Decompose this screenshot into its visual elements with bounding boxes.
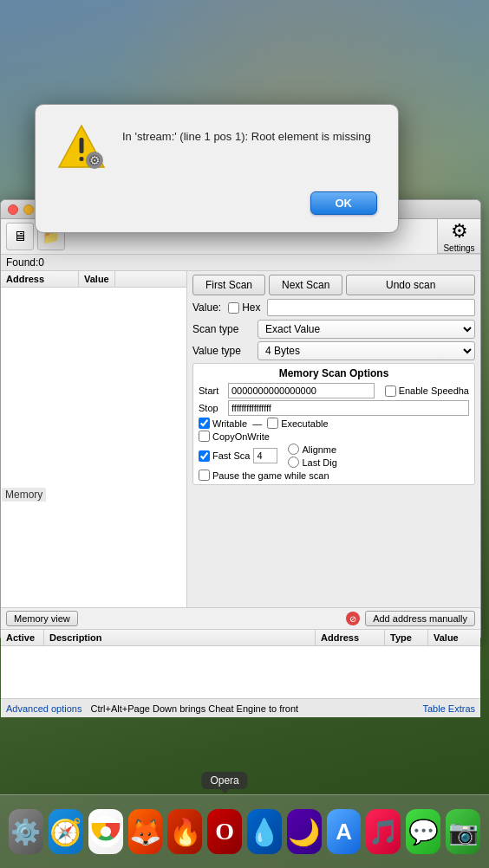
mso-stop-row: Stop xyxy=(199,400,469,416)
advanced-options-label[interactable]: Advanced options xyxy=(6,703,82,714)
alert-message: In 'stream:' (line 1 pos 1): Root elemen… xyxy=(122,122,371,145)
ok-button[interactable]: OK xyxy=(310,191,378,215)
writable-label: Writable xyxy=(199,418,247,429)
system-preferences-icon: ⚙️ xyxy=(10,818,41,846)
close-button[interactable] xyxy=(8,204,18,215)
alert-ok-row: OK xyxy=(56,191,377,215)
found-bar: Found: 0 xyxy=(1,255,480,271)
value-type-select[interactable]: 4 Bytes xyxy=(258,341,475,360)
fastscan-value-input[interactable] xyxy=(253,448,277,463)
dock-item-appstore[interactable]: A xyxy=(327,809,362,854)
memory-label: Memory xyxy=(2,488,46,502)
fastscan-text: Fast Sca xyxy=(212,450,250,461)
dock-item-waterfox[interactable]: 💧 xyxy=(247,809,282,854)
ce-main-area: Address Value First Scan Next Scan Undo … xyxy=(1,271,480,607)
alert-dialog: ⚙ In 'stream:' (line 1 pos 1): Root elem… xyxy=(35,104,399,233)
value-row: Value: Hex xyxy=(192,299,475,316)
appstore-icon: A xyxy=(336,819,352,845)
lastdig-radio[interactable] xyxy=(288,457,299,468)
scan-type-select[interactable]: Exact Value xyxy=(258,320,475,339)
found-label: Found: xyxy=(6,256,38,269)
mso-stop-label: Stop xyxy=(199,403,225,413)
pause-row: Pause the game while scan xyxy=(199,470,469,481)
mso-stop-input[interactable] xyxy=(228,400,469,416)
ce-right-panel: First Scan Next Scan Undo scan Value: He… xyxy=(187,271,480,607)
hex-label: Hex xyxy=(242,301,260,314)
memory-scan-options: Memory Scan Options Start Enable Speedha xyxy=(192,363,475,485)
executable-checkbox[interactable] xyxy=(267,418,278,429)
dash-separator: — xyxy=(252,418,262,429)
palemoon-icon: 🌙 xyxy=(288,817,320,847)
dock-item-chrome[interactable] xyxy=(88,809,123,854)
pause-checkbox[interactable] xyxy=(199,470,210,481)
alert-content: ⚙ In 'stream:' (line 1 pos 1): Root elem… xyxy=(56,122,377,174)
alignme-text: Alignme xyxy=(302,444,336,455)
dock-item-opera[interactable]: O Opera xyxy=(207,809,242,854)
alignme-radio[interactable] xyxy=(288,444,299,455)
dock: ⚙️ 🧭 🦊 🔥 O Opera xyxy=(0,794,489,868)
mso-start-label: Start xyxy=(199,385,225,396)
firefox-icon: 🦊 xyxy=(129,817,161,847)
executable-text: Executable xyxy=(281,418,328,429)
address-col-header2: Address xyxy=(316,630,385,645)
fastscan-label: Fast Sca xyxy=(199,450,250,462)
cheat-engine-window: 🖥 📁 ⚙ Settings Found: 0 Address Value xyxy=(0,199,481,641)
itunes-icon: 🎵 xyxy=(368,818,399,846)
settings-button[interactable]: ⚙ Settings xyxy=(437,219,480,254)
firefox2-icon: 🔥 xyxy=(169,817,201,847)
alignme-label: Alignme xyxy=(288,444,336,455)
enable-speedhack-text: Enable Speedha xyxy=(399,385,469,396)
svg-point-8 xyxy=(101,826,111,837)
scan-buttons-row: First Scan Next Scan Undo scan xyxy=(192,275,475,295)
value-type-label: Value type xyxy=(192,345,258,357)
writable-checkbox[interactable] xyxy=(199,418,210,429)
memory-view-bar: Memory view ⊘ Add address manually xyxy=(1,607,480,630)
shortcut-hint: Ctrl+Alt+Page Down brings Cheat Engine t… xyxy=(90,703,298,714)
ce-file-icon[interactable]: 🖥 xyxy=(6,223,34,250)
mso-copyonwrite-row: CopyOnWrite xyxy=(199,431,469,442)
dock-item-itunes[interactable]: 🎵 xyxy=(366,809,401,854)
facetime-icon: 📷 xyxy=(448,818,479,846)
memory-view-button[interactable]: Memory view xyxy=(6,611,78,626)
dock-item-facetime[interactable]: 📷 xyxy=(446,809,480,854)
lastdig-label: Last Dig xyxy=(288,457,336,468)
writable-text: Writable xyxy=(212,418,247,429)
hex-checkbox[interactable] xyxy=(228,302,239,314)
chrome-icon xyxy=(90,816,121,847)
computer-icon: 🖥 xyxy=(13,229,27,244)
dock-item-safari[interactable]: 🧭 xyxy=(49,809,83,854)
dock-item-palemoon[interactable]: 🌙 xyxy=(287,809,322,854)
settings-label: Settings xyxy=(443,243,474,253)
value-label: Value: xyxy=(192,301,221,314)
left-col-headers: Address Value xyxy=(1,271,186,288)
fastscan-checkbox[interactable] xyxy=(199,450,210,462)
add-address-button[interactable]: Add address manually xyxy=(365,611,475,626)
warning-svg: ⚙ xyxy=(56,122,107,172)
address-col-header: Address xyxy=(1,271,79,287)
copyonwrite-checkbox[interactable] xyxy=(199,431,210,442)
next-scan-button[interactable]: Next Scan xyxy=(269,275,342,295)
svg-rect-1 xyxy=(80,138,84,153)
svg-text:⚙: ⚙ xyxy=(89,153,101,167)
dock-item-system-preferences[interactable]: ⚙️ xyxy=(9,809,43,854)
type-col-header: Type xyxy=(385,630,428,645)
enable-speedhack-checkbox[interactable] xyxy=(385,385,396,397)
address-list xyxy=(1,288,186,607)
value-input[interactable] xyxy=(267,299,475,316)
mso-title: Memory Scan Options xyxy=(199,367,469,379)
table-extras-label[interactable]: Table Extras xyxy=(422,703,475,714)
dock-item-firefox2[interactable]: 🔥 xyxy=(167,809,202,854)
dock-item-messages[interactable]: 💬 xyxy=(406,809,440,854)
description-col-header: Description xyxy=(44,630,316,645)
gear-icon: ⚙ xyxy=(451,220,468,243)
mso-writable-row: Writable — Executable xyxy=(199,418,469,429)
enable-speedhack-label: Enable Speedha xyxy=(385,385,469,397)
first-scan-button[interactable]: First Scan xyxy=(192,275,265,295)
dock-item-firefox[interactable]: 🦊 xyxy=(128,809,163,854)
undo-scan-button[interactable]: Undo scan xyxy=(346,275,475,295)
pause-text: Pause the game while scan xyxy=(212,470,329,481)
scan-type-row: Scan type Exact Value xyxy=(192,320,475,339)
mso-start-input[interactable] xyxy=(228,383,375,398)
minimize-button[interactable] xyxy=(23,204,34,215)
value-type-row: Value type 4 Bytes xyxy=(192,341,475,360)
